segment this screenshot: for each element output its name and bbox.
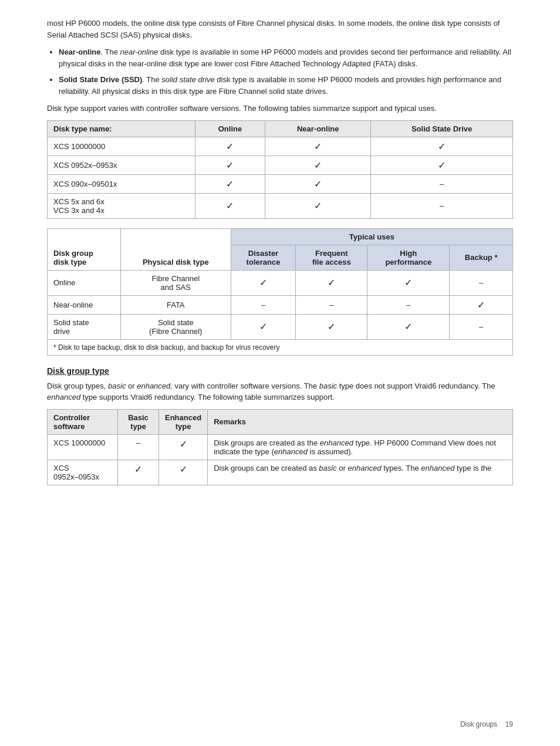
disaster-check: ✓	[231, 270, 296, 295]
bullet-ssd-label: Solid State Drive (SSD)	[59, 75, 142, 84]
nearonline-check: ✓	[265, 174, 371, 193]
remarks-text: Disk groups are created as the enhanced …	[208, 434, 513, 460]
bullet-nearonline: Near-online. The near-online disk type i…	[59, 46, 513, 69]
col-header-nearonline: Near-online	[265, 120, 371, 137]
disk-name: XCS 5x and 6xVCS 3x and 4x	[48, 193, 195, 218]
enhanced-check: ✓	[159, 434, 208, 460]
backup-dash: –	[450, 314, 513, 339]
section-body-text: Disk group types, basic or enhanced, var…	[47, 380, 513, 403]
controller-software-table: Controllersoftware Basictype Enhancedtyp…	[47, 409, 513, 485]
col-header-high-perf: Highperformance	[367, 245, 450, 270]
backup-check: ✓	[450, 295, 513, 314]
physical-disk-type: FATA	[120, 295, 231, 314]
nearonline-check: ✓	[265, 137, 371, 156]
table-row: XCS 5x and 6xVCS 3x and 4x ✓ ✓ –	[48, 193, 513, 218]
disk-group-type: Solid statedrive	[48, 314, 121, 339]
table-row: XCS 090x–09501x ✓ ✓ –	[48, 174, 513, 193]
physical-disk-type: Solid state(Fibre Channel)	[120, 314, 231, 339]
basic-check: ✓	[118, 460, 159, 485]
page-number: 19	[505, 720, 513, 728]
backup-dash: –	[450, 270, 513, 295]
col-header-backup: Backup *	[450, 245, 513, 270]
table-row: XCS0952x–0953x ✓ ✓ Disk groups can be cr…	[48, 460, 513, 485]
high-check: ✓	[367, 314, 450, 339]
col-header-basic: Basictype	[118, 409, 159, 434]
intro-paragraph: most HP P6000 models, the online disk ty…	[47, 18, 513, 40]
col-header-frequent: Frequentfile access	[296, 245, 367, 270]
disk-type-support-table: Disk type name: Online Near-online Solid…	[47, 120, 513, 219]
bullet-list: Near-online. The near-online disk type i…	[59, 46, 513, 97]
col-header-ssd: Solid State Drive	[371, 120, 513, 137]
bullet-ssd: Solid State Drive (SSD). The solid state…	[59, 74, 513, 97]
controller-name: XCS0952x–0953x	[48, 460, 118, 485]
disk-name: XCS 0952x–0953x	[48, 156, 195, 174]
bullet-nearonline-text: . The near-online disk type is available…	[59, 48, 511, 68]
col-header-enhanced: Enhancedtype	[159, 409, 208, 434]
nearonline-check: ✓	[265, 156, 371, 174]
table-row: XCS 10000000 ✓ ✓ ✓	[48, 137, 513, 156]
ssd-dash: –	[371, 174, 513, 193]
table-row: XCS 10000000 – ✓ Disk groups are created…	[48, 434, 513, 460]
online-check: ✓	[195, 193, 265, 218]
controller-name: XCS 10000000	[48, 434, 118, 460]
disaster-check: ✓	[231, 314, 296, 339]
ssd-dash: –	[371, 193, 513, 218]
frequent-check: ✓	[296, 270, 367, 295]
col-header-disaster: Disastertolerance	[231, 245, 296, 270]
footnote-row: * Disk to tape backup, disk to disk back…	[48, 339, 513, 355]
frequent-check: ✓	[296, 314, 367, 339]
ssd-check: ✓	[371, 137, 513, 156]
table-row: Near-online FATA – – – ✓	[48, 295, 513, 314]
col-header-disk-group: Disk groupdisk type	[48, 228, 121, 270]
disaster-dash: –	[231, 295, 296, 314]
section-heading-disk-group-type: Disk group type	[47, 366, 513, 376]
col-header-physical-disk: Physical disk type	[120, 228, 231, 270]
bullet-nearonline-label: Near-online	[59, 48, 101, 56]
typical-uses-header: Typical uses	[231, 228, 512, 245]
remarks-text: Disk groups can be created as basic or e…	[208, 460, 513, 485]
col-header-controller: Controllersoftware	[48, 409, 118, 434]
table-row: Solid statedrive Solid state(Fibre Chann…	[48, 314, 513, 339]
disk-name: XCS 090x–09501x	[48, 174, 195, 193]
support-intro: Disk type support varies with controller…	[47, 103, 513, 114]
disk-name: XCS 10000000	[48, 137, 195, 156]
typical-uses-table: Disk groupdisk type Physical disk type T…	[47, 228, 513, 356]
high-dash: –	[367, 295, 450, 314]
col-header-online: Online	[195, 120, 265, 137]
ssd-check: ✓	[371, 156, 513, 174]
table-row: Online Fibre Channeland SAS ✓ ✓ ✓ –	[48, 270, 513, 295]
footer-section-label: Disk groups	[460, 720, 497, 728]
online-check: ✓	[195, 156, 265, 174]
col-header-name: Disk type name:	[48, 120, 195, 137]
page-footer: Disk groups 19	[460, 720, 513, 728]
disk-group-type: Online	[48, 270, 121, 295]
nearonline-check: ✓	[265, 193, 371, 218]
col-header-remarks: Remarks	[208, 409, 513, 434]
frequent-dash: –	[296, 295, 367, 314]
enhanced-check: ✓	[159, 460, 208, 485]
basic-dash: –	[118, 434, 159, 460]
table-footnote: * Disk to tape backup, disk to disk back…	[48, 339, 513, 355]
online-check: ✓	[195, 137, 265, 156]
online-check: ✓	[195, 174, 265, 193]
physical-disk-type: Fibre Channeland SAS	[120, 270, 231, 295]
high-check: ✓	[367, 270, 450, 295]
disk-group-type: Near-online	[48, 295, 121, 314]
table-row: XCS 0952x–0953x ✓ ✓ ✓	[48, 156, 513, 174]
